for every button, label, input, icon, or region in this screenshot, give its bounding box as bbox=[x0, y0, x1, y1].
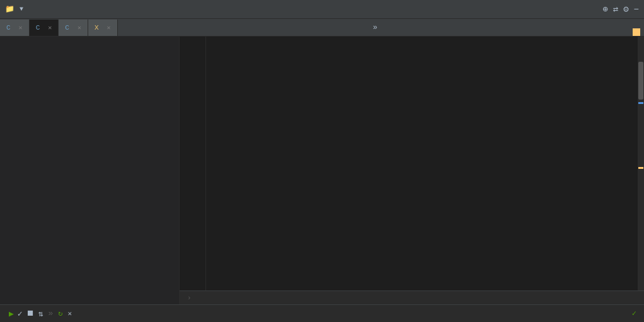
scroll-thumb[interactable] bbox=[638, 62, 643, 100]
editor-actions bbox=[633, 28, 644, 36]
transfer-icon[interactable]: ⇄ bbox=[613, 4, 618, 14]
scroll-marker-1 bbox=[638, 102, 643, 104]
sort-button[interactable]: ⇅ bbox=[38, 309, 43, 319]
run-panel: ▶ ✓ ⏹ ⇅ » ↻ ✕ ✓ bbox=[0, 304, 644, 322]
scroll-marker-2 bbox=[638, 167, 643, 169]
rerun-close[interactable]: ✕ bbox=[68, 309, 72, 318]
tabs-bar: C ✕ C ✕ C ✕ X ✕ » bbox=[0, 19, 644, 37]
tab-more-icon[interactable]: » bbox=[368, 23, 382, 32]
editor-area: › bbox=[180, 37, 644, 304]
check-button[interactable]: ✓ bbox=[18, 309, 23, 319]
main-content: › bbox=[0, 37, 644, 304]
tab-student[interactable]: C ✕ bbox=[0, 20, 30, 36]
title-bar: 📁 ▼ ⊕ ⇄ ⚙ − bbox=[0, 0, 644, 19]
tab-appctx[interactable]: X ✕ bbox=[88, 20, 118, 36]
tab-appctx-close[interactable]: ✕ bbox=[107, 24, 111, 32]
project-dropdown-icon[interactable]: ▼ bbox=[20, 6, 23, 13]
project-title: 📁 ▼ bbox=[5, 4, 23, 14]
line-numbers bbox=[180, 37, 206, 290]
tab-mytest-close[interactable]: ✕ bbox=[78, 24, 81, 32]
gutter bbox=[206, 37, 221, 290]
project-icon: 📁 bbox=[5, 4, 14, 14]
tab-mytest[interactable]: C ✕ bbox=[59, 20, 88, 36]
tab-subschool-close[interactable]: ✕ bbox=[48, 24, 52, 32]
tab-subschool[interactable]: C ✕ bbox=[30, 20, 59, 36]
play-button[interactable]: ▶ bbox=[9, 309, 14, 319]
rerun-icon: ↻ bbox=[58, 309, 62, 318]
breadcrumb-separator: › bbox=[187, 294, 192, 302]
tab-student-close[interactable]: ✕ bbox=[19, 24, 23, 32]
tab-student-icon: C bbox=[6, 24, 11, 32]
code-content[interactable] bbox=[221, 37, 638, 290]
add-icon[interactable]: ⊕ bbox=[602, 4, 607, 14]
tests-result: ✓ bbox=[632, 309, 639, 318]
settings-icon[interactable]: ⚙ bbox=[623, 4, 628, 14]
sidebar bbox=[0, 37, 180, 304]
breadcrumb: › bbox=[180, 290, 644, 304]
scroll-track[interactable] bbox=[638, 37, 644, 290]
minimize-icon[interactable]: − bbox=[634, 4, 639, 14]
tab-subschool-icon: C bbox=[36, 24, 40, 32]
stop-button[interactable]: ⏹ bbox=[26, 309, 35, 318]
title-icons: ⊕ ⇄ ⚙ − bbox=[602, 4, 639, 14]
tab-mytest-icon: C bbox=[65, 24, 69, 32]
check-icon: ✓ bbox=[632, 309, 636, 318]
rerun-label[interactable]: ↻ bbox=[58, 309, 62, 318]
modified-indicator bbox=[633, 28, 640, 36]
code-editor bbox=[180, 37, 644, 290]
tab-appctx-icon: X bbox=[95, 24, 99, 32]
